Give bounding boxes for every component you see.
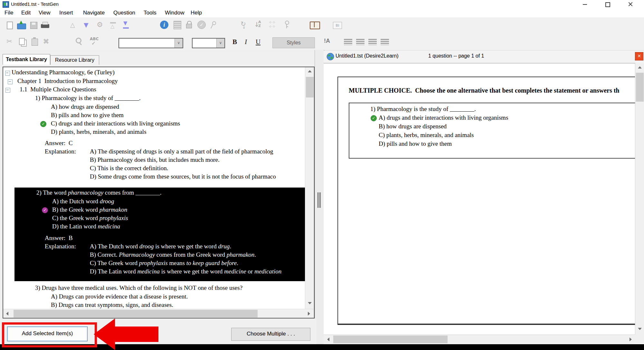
tree-hscroll-thumb[interactable] <box>14 310 258 318</box>
find-icon[interactable] <box>73 36 86 48</box>
menu-file[interactable]: File <box>5 10 13 16</box>
print-icon[interactable] <box>39 19 52 32</box>
preview-scroll-up-icon[interactable] <box>638 66 642 69</box>
font-size-dropdown-arrow[interactable]: ∨ <box>216 39 224 48</box>
minimize-button[interactable] <box>578 0 592 8</box>
format-toolbar: ✂ ✖ ABC✓ ∨ ∨ B I U Styles !A <box>0 33 644 51</box>
preview-horizontal-scrollbar[interactable] <box>324 335 635 344</box>
q1-explanation-label: Explanation: <box>45 148 76 155</box>
select-random-icon[interactable]: ✧✧✧✧ <box>267 19 279 32</box>
collapse-box-section[interactable] <box>5 88 10 93</box>
test-status: 1 question -- page 1 of 1 <box>428 53 484 59</box>
open-testbank-icon[interactable]: ▲ <box>15 19 28 32</box>
q2-stem[interactable]: 2) The word pharmacology comes from ____… <box>36 189 162 196</box>
menu-view[interactable]: View <box>39 10 51 16</box>
align-left-icon[interactable] <box>344 39 352 45</box>
tree-vscroll-thumb[interactable] <box>306 77 314 97</box>
preview-scroll-left-icon[interactable] <box>327 337 329 341</box>
calculator-icon[interactable] <box>171 19 184 32</box>
choose-multiple-button[interactable]: Choose Multiple . . . <box>231 328 310 341</box>
menu-question[interactable]: Question <box>113 10 135 16</box>
font-family-select[interactable]: ∨ <box>118 38 183 48</box>
edit-question-icon[interactable]: ⚙ <box>95 19 107 32</box>
question-down-icon[interactable]: ▼ <box>81 19 93 32</box>
expand-questions-icon[interactable]: ▼ <box>120 19 133 32</box>
menu-edit[interactable]: Edit <box>21 10 31 16</box>
tree-horizontal-scrollbar[interactable] <box>3 309 314 318</box>
tree-scroll-up-icon[interactable] <box>308 70 312 72</box>
collapse-box-chapter[interactable] <box>8 79 13 84</box>
q1-stem[interactable]: 1) Pharmacology is the study of ________… <box>35 95 141 102</box>
testbank-library-icon[interactable] <box>308 19 321 32</box>
q1-expl-d: D) Some drugs come from these sources, b… <box>90 173 276 180</box>
tree-vertical-scrollbar[interactable] <box>305 67 314 309</box>
tab-testbank-library[interactable]: Testbank Library <box>3 54 50 65</box>
maximize-button[interactable] <box>601 0 615 8</box>
tree-section[interactable]: 1.1 Multiple Choice Questions <box>20 86 96 93</box>
q1-choice-a[interactable]: A) how drugs are dispensed <box>51 103 119 110</box>
save-icon[interactable] <box>28 19 40 32</box>
new-file-icon[interactable] <box>4 19 16 32</box>
copy-icon[interactable] <box>17 36 29 48</box>
underline-button[interactable]: U <box>256 38 260 46</box>
q2-choice-c[interactable]: C) the Greek word prophylaxis <box>52 215 128 222</box>
align-right-icon[interactable] <box>368 39 377 45</box>
menu-window[interactable]: Window <box>165 10 184 16</box>
tree-book-title[interactable]: Understanding Pharmacology, 6e (Turley) <box>12 69 115 76</box>
tree-scroll-down-icon[interactable] <box>308 302 312 304</box>
question-up-icon[interactable]: △ <box>68 19 80 32</box>
scramble-order-icon[interactable]: ↻↓ <box>238 19 251 32</box>
lock-icon[interactable] <box>184 19 196 32</box>
preview-vertical-scrollbar[interactable] <box>635 63 644 335</box>
test-window-close-icon[interactable]: ✕ <box>635 52 643 60</box>
preview-q1-stem: 1) Pharmacology is the study of ________… <box>370 106 476 113</box>
q2-choice-a[interactable]: A) the Dutch word droog <box>52 198 114 205</box>
check-answers-icon[interactable]: ✓ <box>196 19 208 32</box>
q1-answer[interactable]: Answer: C <box>45 140 73 147</box>
font-family-dropdown-arrow[interactable]: ∨ <box>175 39 183 48</box>
preview-scroll-down-icon[interactable] <box>638 328 642 330</box>
q1-choice-c[interactable]: C) drugs and their interactions with liv… <box>51 120 180 127</box>
collapse-questions-icon[interactable]: △ <box>108 19 120 32</box>
q2-choice-b[interactable]: B) the Greek word pharmakon <box>52 206 127 213</box>
tree-scroll-left-icon[interactable] <box>6 312 8 316</box>
q3-stem[interactable]: 3) Drugs have three medical uses. Which … <box>35 284 242 291</box>
preview-scroll-right-icon[interactable] <box>630 337 632 341</box>
menu-navigate[interactable]: Navigate <box>83 10 105 16</box>
add-selected-items-button[interactable]: Add Selected Item(s) <box>7 327 88 341</box>
cut-icon[interactable]: ✂ <box>5 36 17 48</box>
q1-choice-b[interactable]: B) pills and how to give them <box>51 112 124 119</box>
tree-scroll-right-icon[interactable] <box>308 312 310 316</box>
paste-icon[interactable] <box>29 36 41 48</box>
spellcheck-icon[interactable]: ABC✓ <box>89 36 101 48</box>
font-size-select[interactable]: ∨ <box>192 38 225 48</box>
q2-answer[interactable]: Answer: B <box>45 235 73 242</box>
question-info-icon[interactable]: i <box>158 19 171 32</box>
menu-bar: File Edit View Insert Navigate Question … <box>0 8 644 18</box>
italic-button[interactable]: I <box>245 38 247 46</box>
menu-help[interactable]: Help <box>191 10 202 16</box>
styles-button[interactable]: Styles <box>272 37 315 48</box>
preview-vscroll-thumb[interactable] <box>636 73 644 102</box>
menu-insert[interactable]: Insert <box>59 10 73 16</box>
panel-splitter[interactable] <box>315 50 324 344</box>
preview-hscroll-thumb[interactable] <box>333 336 448 343</box>
text-properties-icon[interactable]: !A <box>324 38 330 44</box>
q3-choice-b[interactable]: B) Drugs can treat symptoms, signs, and … <box>51 301 173 309</box>
q3-choice-a[interactable]: A) Drugs can provide evidence that a dis… <box>51 293 188 300</box>
bold-button[interactable]: B <box>232 38 237 46</box>
pin-icon[interactable] <box>208 19 220 32</box>
q2-choice-d[interactable]: D) the Latin word medicina <box>52 223 120 230</box>
delete-icon[interactable]: ✖ <box>41 36 53 48</box>
align-justify-icon[interactable] <box>381 39 389 45</box>
answer-key-icon[interactable] <box>281 19 293 32</box>
sort-questions-icon[interactable]: ↓AZ <box>253 19 265 32</box>
tree-chapter[interactable]: Chapter 1 Introduction to Pharmacology <box>17 78 118 85</box>
align-center-icon[interactable] <box>356 39 365 45</box>
collapse-box-book[interactable] <box>5 71 10 76</box>
tab-resource-library[interactable]: Resource Library <box>50 55 99 65</box>
q1-choice-d[interactable]: D) plants, herbs, minerals, and animals <box>51 128 147 135</box>
close-button[interactable] <box>623 0 638 8</box>
menu-tools[interactable]: Tools <box>144 10 156 16</box>
item-bank-icon[interactable]: BI <box>332 19 344 32</box>
